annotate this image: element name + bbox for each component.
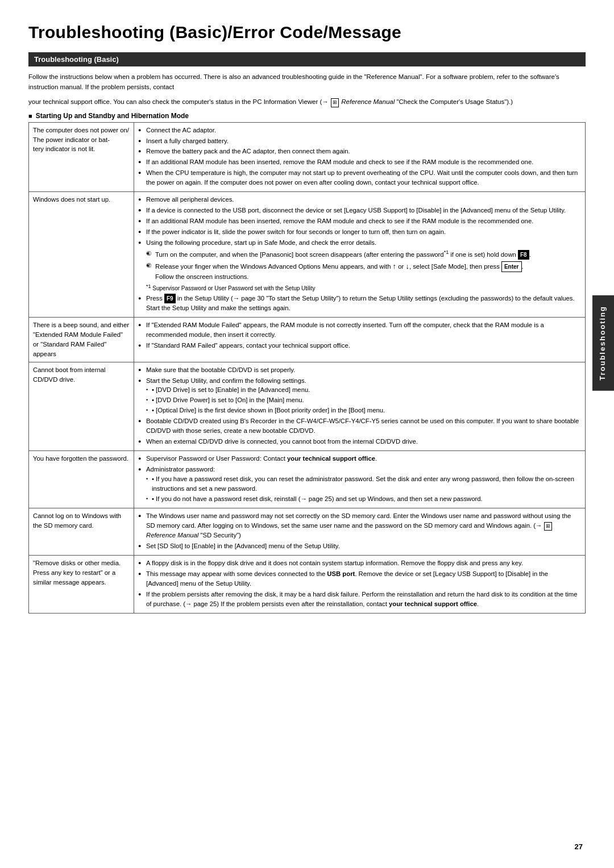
intro-suffix: "Check the Computer's Usage Status"). [396,98,511,105]
solution-cell: Supervisor Password or User Password: Co… [134,451,586,508]
intro-paragraph-2: your technical support office. You can a… [28,97,586,107]
problem-cell: There is a beep sound, and either "Exten… [29,317,134,362]
subsection-header: Starting Up and Standby and Hibernation … [28,112,586,120]
problem-cell: Cannot log on to Windows with the SD mem… [29,508,134,555]
solution-cell: The Windows user name and password may n… [134,508,586,555]
table-row: There is a beep sound, and either "Exten… [29,317,586,362]
table-row: "Remove disks or other media. Press any … [29,556,586,614]
troubleshooting-table: The computer does not power on/ The powe… [28,122,586,614]
page-number: 27 [575,842,583,851]
intro-paragraph-1: Follow the instructions below when a pro… [28,72,586,93]
problem-cell: Cannot boot from internal CD/DVD drive. [29,362,134,451]
section-header: Troubleshooting (Basic) [28,52,586,66]
problem-cell: You have forgotten the password. [29,451,134,508]
table-row: The computer does not power on/ The powe… [29,122,586,192]
solution-cell: Remove all peripheral devices. ● If a de… [134,192,586,318]
pc-icon-2: ⊞ [544,522,552,531]
table-row: Windows does not start up. Remove all pe… [29,192,586,318]
reference-label: Reference Manual [341,98,395,105]
solution-cell: A floppy disk is in the floppy disk driv… [134,556,586,614]
page-title: Troubleshooting (Basic)/Error Code/Messa… [28,23,586,42]
solution-cell: If "Extended RAM Module Failed" appears,… [134,317,586,362]
table-row: You have forgotten the password. Supervi… [29,451,586,508]
problem-cell: "Remove disks or other media. Press any … [29,556,134,614]
problem-cell: Windows does not start up. [29,192,134,318]
problem-cell: The computer does not power on/ The powe… [29,122,134,192]
table-row: Cannot boot from internal CD/DVD drive. … [29,362,586,451]
side-tab: Troubleshooting [592,295,614,391]
solution-cell: Make sure that the bootable CD/DVD is se… [134,362,586,451]
table-row: Cannot log on to Windows with the SD mem… [29,508,586,555]
pc-icon: ⊞ [331,98,339,107]
solution-cell: Connect the AC adaptor. Insert a fully c… [134,122,586,192]
